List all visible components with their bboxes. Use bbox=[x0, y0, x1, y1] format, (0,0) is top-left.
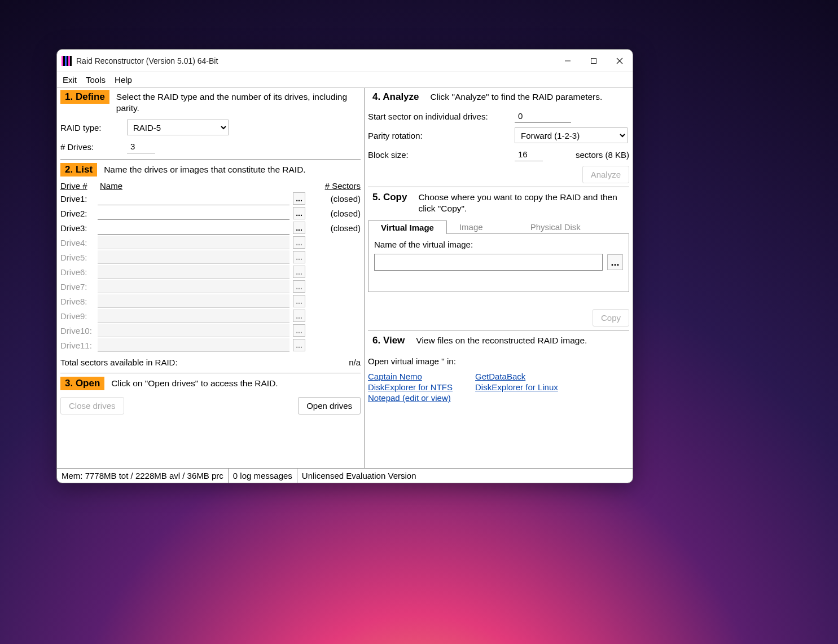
tab-virtual-image[interactable]: Virtual Image bbox=[368, 220, 447, 234]
tab-physical-disk[interactable]: Physical Disk bbox=[518, 220, 593, 234]
step-1-label: 1. Define bbox=[60, 90, 109, 104]
drive-row: Drive4:... bbox=[60, 236, 361, 249]
right-column: 4. Analyze Click "Analyze" to find the R… bbox=[365, 88, 633, 468]
drive-path-input bbox=[98, 236, 289, 249]
titlebar: Raid Reconstructor (Version 5.01) 64-Bit bbox=[57, 50, 633, 72]
copy-button[interactable]: Copy bbox=[593, 309, 629, 327]
drive-status: (closed) bbox=[309, 209, 361, 218]
virtual-image-name-label: Name of the virtual image: bbox=[374, 240, 623, 249]
num-drives-label: # Drives: bbox=[60, 142, 121, 152]
app-window: Raid Reconstructor (Version 5.01) 64-Bit… bbox=[56, 49, 633, 483]
start-sector-input[interactable] bbox=[515, 109, 571, 123]
drive-label: Drive10: bbox=[60, 326, 94, 336]
start-sector-label: Start sector on individual drives: bbox=[368, 112, 509, 121]
drive-list: Drive1:...(closed)Drive2:...(closed)Driv… bbox=[60, 191, 361, 353]
drive-row: Drive5:... bbox=[60, 250, 361, 264]
block-size-suffix: sectors (8 KB) bbox=[576, 150, 629, 160]
window-controls bbox=[555, 50, 633, 72]
parity-select[interactable]: Forward (1-2-3) bbox=[515, 127, 628, 143]
drive-path-input[interactable] bbox=[98, 192, 289, 205]
svg-rect-1 bbox=[591, 58, 596, 63]
raid-type-select[interactable]: RAID-5 bbox=[127, 120, 229, 135]
drive-status: (closed) bbox=[309, 223, 361, 233]
parity-label: Parity rotation: bbox=[368, 131, 509, 140]
drive-browse-button[interactable]: ... bbox=[293, 192, 305, 205]
drive-browse-button: ... bbox=[293, 280, 305, 293]
step-3-desc: Click on "Open drives" to access the RAI… bbox=[111, 377, 278, 389]
app-icon bbox=[62, 56, 72, 66]
drive-label: Drive8: bbox=[60, 297, 94, 306]
drive-browse-button[interactable]: ... bbox=[293, 207, 305, 219]
menu-tools[interactable]: Tools bbox=[86, 75, 106, 85]
maximize-button[interactable] bbox=[581, 50, 607, 72]
menubar: Exit Tools Help bbox=[57, 72, 633, 88]
block-size-label: Block size: bbox=[368, 150, 509, 160]
drive-browse-button[interactable]: ... bbox=[293, 222, 305, 234]
minimize-button[interactable] bbox=[555, 50, 581, 72]
drive-row: Drive3:...(closed) bbox=[60, 221, 361, 235]
step-5-label: 5. Copy bbox=[368, 191, 411, 204]
step-4-label: 4. Analyze bbox=[368, 90, 424, 104]
drive-path-input[interactable] bbox=[98, 206, 289, 220]
step-1-desc: Select the RAID type and the number of i… bbox=[116, 90, 361, 114]
virtual-image-browse-button[interactable]: ... bbox=[607, 254, 623, 270]
link-getdataback[interactable]: GetDataBack bbox=[475, 372, 558, 381]
status-license: Unlicensed Evaluation Version bbox=[297, 469, 633, 483]
raid-type-label: RAID type: bbox=[60, 123, 121, 133]
menu-exit[interactable]: Exit bbox=[63, 75, 77, 85]
drive-path-input bbox=[98, 324, 289, 337]
close-drives-button[interactable]: Close drives bbox=[60, 397, 124, 414]
drive-label: Drive3: bbox=[60, 223, 94, 233]
virtual-image-panel: Name of the virtual image: ... bbox=[368, 233, 629, 292]
drive-row: Drive7:... bbox=[60, 280, 361, 293]
window-title: Raid Reconstructor (Version 5.01) 64-Bit bbox=[76, 56, 555, 65]
drive-row: Drive9:... bbox=[60, 309, 361, 323]
step-4-desc: Click "Analyze" to find the RAID paramet… bbox=[431, 90, 603, 103]
section-5-head: 5. Copy Choose where you want to copy th… bbox=[368, 191, 629, 214]
virtual-image-name-input[interactable] bbox=[374, 254, 603, 271]
content-area: 1. Define Select the RAID type and the n… bbox=[57, 88, 633, 468]
drive-browse-button: ... bbox=[293, 251, 305, 263]
section-4-head: 4. Analyze Click "Analyze" to find the R… bbox=[368, 90, 629, 104]
drive-row: Drive10:... bbox=[60, 324, 361, 337]
drive-path-input bbox=[98, 338, 289, 352]
tab-image[interactable]: Image bbox=[447, 220, 495, 234]
hdr-name: Name bbox=[100, 181, 325, 191]
step-5-desc: Choose where you want to copy the RAID a… bbox=[418, 191, 629, 214]
drive-row: Drive8:... bbox=[60, 294, 361, 308]
drive-path-input bbox=[98, 294, 289, 308]
block-size-input[interactable] bbox=[515, 148, 543, 161]
drive-label: Drive4: bbox=[60, 238, 94, 248]
drive-label: Drive2: bbox=[60, 209, 94, 218]
hdr-drive-num: Drive # bbox=[60, 181, 100, 191]
analyze-button[interactable]: Analyze bbox=[582, 166, 629, 183]
status-log: 0 log messages bbox=[229, 469, 297, 483]
close-button[interactable] bbox=[607, 50, 633, 72]
link-diskexplorer-ntfs[interactable]: DiskExplorer for NTFS bbox=[368, 382, 453, 392]
drive-path-input[interactable] bbox=[98, 221, 289, 235]
drive-path-input bbox=[98, 309, 289, 323]
drive-path-input bbox=[98, 265, 289, 279]
drive-list-header: Drive # Name # Sectors bbox=[60, 181, 361, 191]
menu-help[interactable]: Help bbox=[115, 75, 132, 85]
totals-label: Total sectors available in RAID: bbox=[60, 358, 178, 367]
drive-label: Drive9: bbox=[60, 311, 94, 321]
hdr-sectors: # Sectors bbox=[325, 181, 361, 191]
open-in-label: Open virtual image '' in: bbox=[368, 356, 629, 366]
section-6-head: 6. View View files on the reconstructed … bbox=[368, 334, 629, 347]
link-notepad[interactable]: Notepad (edit or view) bbox=[368, 393, 453, 403]
step-2-desc: Name the drives or images that constitut… bbox=[104, 163, 306, 175]
link-diskexplorer-linux[interactable]: DiskExplorer for Linux bbox=[475, 382, 558, 392]
drive-browse-button: ... bbox=[293, 339, 305, 351]
drive-label: Drive1: bbox=[60, 194, 94, 204]
totals-value: n/a bbox=[349, 358, 361, 367]
statusbar: Mem: 7778MB tot / 2228MB avl / 36MB prc … bbox=[57, 468, 633, 483]
drive-row: Drive6:... bbox=[60, 265, 361, 279]
drive-label: Drive11: bbox=[60, 341, 94, 350]
open-drives-button[interactable]: Open drives bbox=[298, 397, 361, 414]
link-captain-nemo[interactable]: Captain Nemo bbox=[368, 372, 453, 381]
drive-row: Drive11:... bbox=[60, 338, 361, 352]
drive-status: (closed) bbox=[309, 194, 361, 204]
section-1-head: 1. Define Select the RAID type and the n… bbox=[60, 90, 361, 114]
num-drives-input[interactable] bbox=[127, 140, 155, 153]
